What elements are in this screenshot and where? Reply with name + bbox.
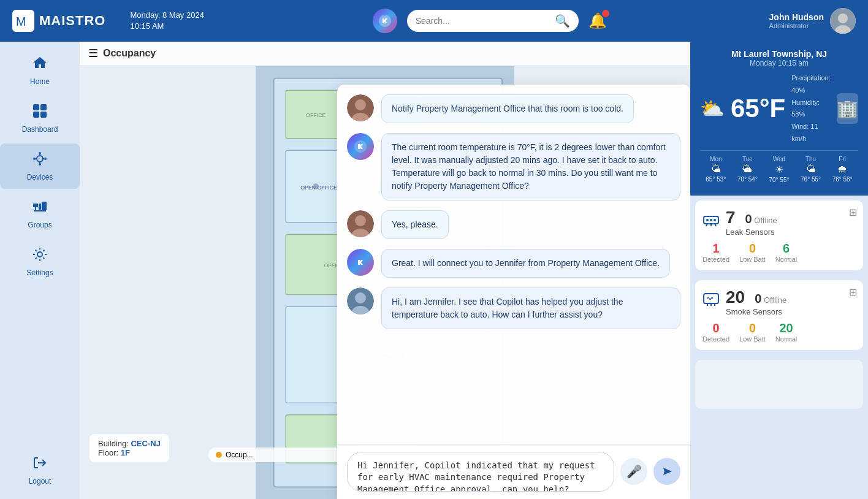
- smoke-detected-val: 0: [702, 321, 729, 335]
- weather-building-image: 🏢: [837, 93, 858, 124]
- leak-normal-label: Normal: [775, 256, 797, 263]
- sidebar-item-logout-label: Logout: [29, 477, 51, 486]
- svg-point-2: [838, 13, 848, 23]
- forecast-temps: 76° 55°: [795, 176, 827, 183]
- svg-rect-19: [42, 202, 47, 210]
- settings-icon: [32, 246, 48, 266]
- leak-expand-button[interactable]: ⊞: [849, 207, 857, 218]
- header-datetime: Monday, 8 May 2024 10:15 AM: [130, 10, 204, 32]
- smoke-offline-val: 0: [755, 292, 761, 305]
- user-role: Administrator: [769, 22, 824, 29]
- leak-sensor-count: 7: [726, 208, 736, 227]
- mic-button[interactable]: 🎤: [620, 458, 647, 485]
- svg-text:OFFICE: OFFICE: [306, 112, 326, 118]
- chat-overlay: Notify Property Management Office that t…: [337, 85, 690, 499]
- svg-rect-7: [40, 112, 47, 118]
- svg-rect-18: [39, 204, 41, 210]
- search-input[interactable]: [416, 16, 550, 26]
- header-date: Monday, 8 May 2024: [130, 10, 204, 21]
- svg-point-11: [33, 158, 36, 160]
- smoke-sensor-icon: [702, 291, 720, 313]
- user-avatar-3: [347, 210, 374, 237]
- sidebar-item-settings[interactable]: Settings: [0, 239, 80, 284]
- forecast-day-name: Thu: [795, 156, 827, 162]
- forecast-row: Mon 🌤 65° 53° Tue 🌥 70° 54° Wed ☀ 70° 55…: [700, 150, 858, 188]
- leak-lowbatt-val: 0: [739, 242, 766, 256]
- weather-card: Mt Laurel Township, NJ Monday 10:15 am ⛅…: [690, 42, 868, 196]
- weather-precipitation: Precipitation: 40%: [791, 72, 831, 97]
- smoke-sensor-count: 20: [726, 288, 745, 307]
- forecast-temps: 70° 55°: [763, 177, 795, 183]
- header-center: 🔍 🔔: [223, 9, 757, 33]
- bubble-3: Yes, please.: [381, 210, 449, 239]
- svg-point-24: [37, 252, 42, 257]
- notification-bell[interactable]: 🔔: [588, 12, 607, 29]
- svg-rect-6: [33, 112, 39, 118]
- svg-point-56: [355, 215, 366, 226]
- floor-label: Floor:: [98, 448, 121, 457]
- logo-area: M MAISTRO: [12, 10, 105, 32]
- weather-wind: Wind: 11 km/h: [791, 121, 831, 145]
- logo-icon: M: [12, 10, 34, 32]
- send-button[interactable]: [653, 458, 680, 485]
- weather-temp: 65°F: [731, 94, 785, 123]
- map-menu-icon[interactable]: ☰: [88, 47, 98, 60]
- chat-message-1: Notify Property Management Office that t…: [347, 94, 680, 123]
- forecast-temps: 76° 58°: [826, 176, 858, 183]
- weather-location: Mt Laurel Township, NJ: [700, 49, 858, 59]
- search-icon[interactable]: 🔍: [555, 13, 570, 28]
- sidebar-item-home[interactable]: Home: [0, 48, 80, 93]
- leak-detected-stat: 1 Detected: [702, 242, 729, 263]
- svg-point-47: [313, 183, 319, 189]
- forecast-weather-icon: 🌤: [795, 164, 827, 175]
- forecast-day-name: Fri: [826, 156, 858, 162]
- content-area: ☰ Occupancy OFFI: [80, 42, 690, 499]
- sidebar-item-logout[interactable]: Logout: [0, 448, 80, 493]
- svg-text:M: M: [16, 15, 26, 28]
- svg-point-10: [39, 163, 41, 166]
- copilot-avatar-2: [347, 133, 374, 160]
- forecast-day-name: Wed: [763, 156, 795, 162]
- building-value: CEC-NJ: [131, 439, 160, 448]
- sidebar-item-settings-label: Settings: [26, 269, 53, 277]
- placeholder-card: [695, 360, 863, 409]
- smoke-sensor-card: ⊞ 20 0 Offline Smoke: [695, 280, 863, 350]
- main-layout: Home Dashboard: [0, 42, 868, 499]
- occupancy-label: Occup...: [226, 451, 253, 459]
- svg-point-8: [37, 156, 43, 162]
- bubble-2: The current room temperature is 70°F, it…: [381, 133, 680, 200]
- message-text-5: Hi, I am Jennifer. I see that Copilot ha…: [392, 297, 623, 319]
- svg-point-53: [355, 99, 366, 110]
- sidebar-item-dashboard[interactable]: Dashboard: [0, 96, 80, 141]
- map-header: ☰ Occupancy: [80, 42, 690, 65]
- home-icon: [32, 55, 48, 75]
- notification-badge: [602, 10, 609, 17]
- chat-input[interactable]: [347, 452, 614, 492]
- avatar[interactable]: [830, 8, 856, 34]
- leak-sensor-card: ⊞ 7: [695, 200, 863, 270]
- weather-datetime: Monday 10:15 am: [700, 59, 858, 67]
- sidebar: Home Dashboard: [0, 42, 80, 499]
- svg-rect-4: [33, 104, 39, 110]
- copilot-header-icon[interactable]: [373, 9, 397, 33]
- sidebar-item-devices-label: Devices: [27, 173, 53, 181]
- sidebar-item-devices[interactable]: Devices: [0, 143, 80, 189]
- forecast-weather-icon: ☀: [763, 164, 795, 175]
- sidebar-item-groups[interactable]: Groups: [0, 191, 80, 237]
- leak-sensor-icon: [702, 211, 720, 233]
- groups-icon: [32, 199, 48, 218]
- smoke-expand-button[interactable]: ⊞: [849, 286, 857, 298]
- chat-message-3: Yes, please.: [347, 210, 680, 239]
- user-area: John Hudson Administrator: [769, 8, 856, 34]
- chat-messages: Notify Property Management Office that t…: [337, 85, 690, 444]
- logo-text: MAISTRO: [39, 13, 105, 29]
- devices-icon: [32, 151, 48, 170]
- forecast-weather-icon: 🌧: [826, 164, 858, 175]
- svg-point-67: [714, 219, 716, 221]
- svg-rect-5: [40, 104, 47, 110]
- svg-point-59: [355, 292, 366, 303]
- svg-point-9: [39, 152, 41, 154]
- svg-rect-17: [33, 204, 38, 207]
- jennifer-avatar: [347, 288, 374, 314]
- building-label: Building:: [98, 439, 131, 448]
